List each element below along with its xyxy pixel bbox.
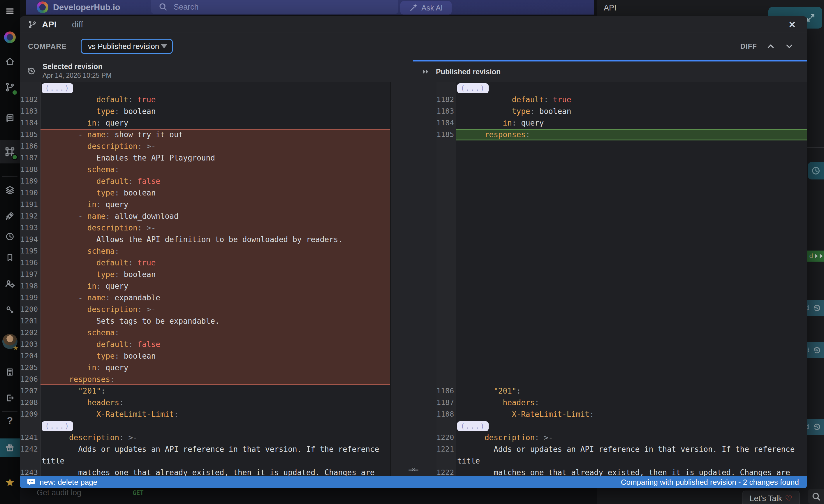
code-line: schema: <box>40 164 390 175</box>
line-number <box>436 140 456 385</box>
line-number: 1189 <box>20 175 40 187</box>
wand-icon <box>409 3 418 12</box>
code-row: 1188X-RateLimit-Limit: <box>436 408 807 420</box>
sidebar-item-help-icon[interactable]: ? <box>0 413 20 427</box>
history-icon <box>26 66 37 76</box>
ask-ai-button[interactable]: Ask AI <box>400 1 451 15</box>
chevron-down-icon <box>785 41 794 51</box>
line-number: 1184 <box>436 117 456 129</box>
code-row: 1187headers: <box>436 397 807 408</box>
published-revision-code[interactable]: (...)1182default: true1183type: boolean1… <box>436 82 807 476</box>
code-row: 1200description: >- <box>20 304 390 315</box>
history-icon <box>812 422 822 432</box>
selected-revision-title: Selected revision <box>42 62 112 71</box>
line-number: 1188 <box>20 164 40 175</box>
published-revision-header: Published revision <box>413 60 807 82</box>
star-icon: ★ <box>5 476 15 489</box>
code-line: in: query <box>40 199 390 210</box>
audit-log-button[interactable] <box>808 162 824 180</box>
prev-change-button[interactable] <box>766 41 776 51</box>
line-number: 1184 <box>20 117 40 129</box>
line-number: 1221 <box>436 443 456 467</box>
status-bar: new: delete page Comparing with publishe… <box>20 476 807 488</box>
brand-logo-icon <box>37 1 48 13</box>
code-row: 1195schema: <box>20 245 390 257</box>
collapsed-lines-chip[interactable]: (...) <box>457 421 489 431</box>
code-row: 1186description: >- <box>20 140 390 152</box>
modal-header: API — diff × <box>20 16 807 33</box>
brand[interactable]: DeveloperHub.io <box>37 1 120 13</box>
line-number: 1220 <box>436 432 456 443</box>
status-left[interactable]: new: delete page <box>39 478 97 487</box>
code-row: 1184in: query <box>20 117 390 129</box>
code-line: in: query <box>40 362 390 374</box>
sidebar-item-logout-icon[interactable] <box>0 391 20 405</box>
status-right: Comparing with published revision - 2 ch… <box>621 478 799 487</box>
layers-icon <box>5 185 15 196</box>
sidebar-item-rocket-icon[interactable] <box>0 209 20 223</box>
next-change-button[interactable] <box>785 41 794 51</box>
code-line: type: boolean <box>456 105 807 117</box>
gift-icon <box>5 443 15 453</box>
home-icon <box>5 56 15 67</box>
left-sidebar: ★?★ <box>0 0 20 504</box>
sidebar-item-users-icon[interactable] <box>0 277 20 291</box>
compare-dropdown[interactable]: vs Published revision <box>81 39 173 54</box>
collapse-handle-icon[interactable]: ⇒⇐ <box>408 466 418 474</box>
line-number: 1192 <box>20 210 40 222</box>
global-search-button[interactable] <box>808 489 824 504</box>
sidebar-item-key-icon[interactable] <box>0 303 20 317</box>
code-row: 1207"201": <box>20 385 390 397</box>
code-line: default: true <box>40 257 390 269</box>
sidebar-item-logo-swirl[interactable] <box>0 30 20 44</box>
bookmark-icon <box>5 253 15 262</box>
star-badge-icon: ★ <box>13 344 19 352</box>
sidebar-item-menu-icon[interactable] <box>0 4 20 18</box>
logout-icon <box>5 393 15 403</box>
code-line: default: false <box>40 175 390 187</box>
line-number: 1195 <box>20 245 40 257</box>
code-line: Enables the API Playground <box>40 152 390 164</box>
sidebar-item-layers-icon[interactable] <box>0 183 20 197</box>
search-input[interactable]: Search <box>151 0 398 14</box>
selected-revision-code[interactable]: (...)1182default: true1183type: boolean1… <box>20 82 391 476</box>
line-number: 1188 <box>436 408 456 420</box>
collapsed-lines-chip[interactable]: (...) <box>42 83 73 93</box>
line-number: 1209 <box>20 408 40 420</box>
sidebar-item-clock-icon[interactable] <box>0 229 20 243</box>
code-line: (...) <box>456 420 807 432</box>
line-number: 1204 <box>20 350 40 362</box>
code-line: (...) <box>40 82 390 94</box>
api-panel-title: API <box>604 3 617 12</box>
line-number: 1187 <box>20 152 40 164</box>
selected-revision-date: Apr 14, 2026 10:25 PM <box>42 72 112 80</box>
line-number: 1182 <box>20 94 40 105</box>
code-line: Allows the API definition to be download… <box>40 234 390 245</box>
lets-talk-button[interactable]: Let's Talk ♡ <box>742 491 800 504</box>
building-icon <box>5 367 15 377</box>
search-icon <box>158 2 168 12</box>
code-row: 1191in: query <box>20 199 390 210</box>
get-audit-log-link[interactable]: Get audit log <box>37 488 81 497</box>
collapsed-lines-chip[interactable]: (...) <box>457 83 489 93</box>
sidebar-item-book-icon[interactable] <box>0 111 20 125</box>
code-row: 1186"201": <box>436 385 807 397</box>
code-line: schema: <box>40 245 390 257</box>
sidebar-item-star-icon[interactable]: ★ <box>0 476 20 489</box>
selected-revision-header: Selected revision Apr 14, 2026 10:25 PM <box>20 60 413 82</box>
history-icon <box>812 345 822 355</box>
page: DeveloperHub.io Search Ask AI API d d d <box>0 0 824 504</box>
code-line: matches one that already existed, then i… <box>456 467 807 476</box>
code-row: 1199- name: expandable <box>20 292 390 304</box>
collapsed-lines-chip[interactable]: (...) <box>42 421 73 431</box>
line-number: 1242 <box>20 443 40 467</box>
line-number: 1183 <box>436 105 456 117</box>
sidebar-item-home-icon[interactable] <box>0 55 20 69</box>
close-icon[interactable]: × <box>789 19 799 30</box>
sidebar-item-bookmark-icon[interactable] <box>0 250 20 265</box>
logo-swirl <box>4 31 16 43</box>
code-line: Adds or updates an API reference in that… <box>40 443 390 467</box>
line-number: 1194 <box>20 234 40 245</box>
sidebar-item-gift-icon[interactable] <box>0 441 20 455</box>
sidebar-item-building-icon[interactable] <box>0 365 20 379</box>
